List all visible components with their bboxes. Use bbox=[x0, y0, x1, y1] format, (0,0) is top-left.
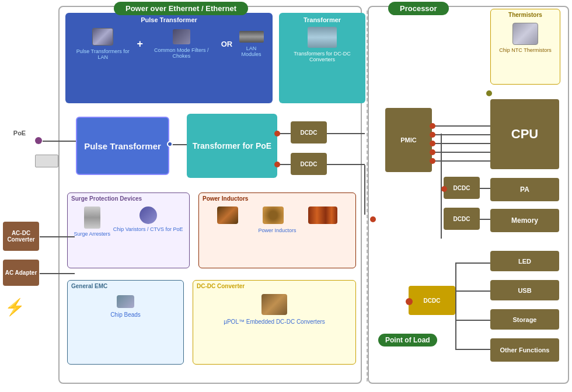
dcdc-pol-label: DCDC bbox=[424, 298, 441, 304]
general-emc-panel: General EMC Chip Beads bbox=[67, 280, 184, 365]
ac-adapter-label: AC Adapter bbox=[5, 270, 37, 276]
memory-block[interactable]: Memory bbox=[490, 209, 559, 232]
section-divider bbox=[367, 10, 368, 382]
dot-pmic-2 bbox=[430, 132, 435, 138]
pulse-transformer-block[interactable]: Pulse Transformer bbox=[76, 117, 169, 175]
common-mode-filters-item[interactable]: Common Mode Filters / Chokes bbox=[145, 29, 218, 59]
dot-pa bbox=[441, 186, 447, 192]
chip-ntc-label: Chip NTC Thermistors bbox=[499, 47, 551, 53]
surge-protection-title: Surge Protection Devices bbox=[68, 193, 189, 204]
line-pmic-cpu-4 bbox=[432, 152, 490, 153]
surge-arresters-item[interactable]: Surge Arresters bbox=[74, 206, 110, 237]
transformer-poe-block[interactable]: Transformer for PoE bbox=[187, 114, 277, 178]
transformer-poe-block-label: Transformer for PoE bbox=[193, 141, 271, 150]
dot-pmic-1 bbox=[430, 123, 435, 129]
dot-pmic-3 bbox=[430, 141, 435, 146]
upol-label: µPOL™ Embedded DC-DC Converters bbox=[224, 318, 325, 325]
dcdc-pol-block[interactable]: DCDC bbox=[409, 286, 455, 315]
cmf-icon bbox=[173, 29, 190, 44]
power-inductor-2-item[interactable] bbox=[263, 206, 284, 225]
dcdc-block-2-label: DCDC bbox=[301, 161, 318, 167]
cpu-block-label: CPU bbox=[511, 127, 538, 142]
line-vert-dcdc4 bbox=[364, 165, 365, 215]
dot-dcdc1 bbox=[274, 131, 280, 136]
cpu-block[interactable]: CPU bbox=[490, 99, 559, 169]
line-to-pa bbox=[480, 188, 490, 189]
dcdc-block-4[interactable]: DCDC bbox=[444, 208, 480, 230]
general-emc-title: General EMC bbox=[68, 281, 183, 292]
line-vert-peripherals bbox=[455, 262, 456, 350]
plus-sign: + bbox=[137, 38, 144, 50]
ac-dc-converter-label: AC-DC Converter bbox=[3, 230, 39, 243]
usb-block[interactable]: USB bbox=[490, 280, 559, 300]
dcdc-block-3[interactable]: DCDC bbox=[444, 177, 480, 199]
transformer-icon bbox=[308, 27, 337, 48]
power-inductor-1-icon bbox=[217, 206, 238, 224]
power-inductors-panel: Power Inductors Power Inductors bbox=[198, 192, 356, 268]
power-inductors-label: Power Inductors bbox=[199, 228, 355, 233]
other-functions-block-label: Other Functions bbox=[500, 346, 550, 354]
line-pmic-cpu-5 bbox=[432, 160, 490, 162]
lan-module-icon bbox=[239, 31, 264, 43]
common-mode-filters-label: Common Mode Filters / Chokes bbox=[145, 47, 218, 59]
pulse-transformer-lan-item[interactable]: Pulse Transformers for LAN bbox=[71, 28, 135, 60]
chip-bead-icon bbox=[117, 295, 134, 308]
dcdc-block-1[interactable]: DCDC bbox=[291, 121, 327, 144]
dot-pol bbox=[406, 298, 413, 305]
dcdc-converter-panel: DC-DC Converter µPOL™ Embedded DC-DC Con… bbox=[193, 280, 356, 365]
line-to-storage bbox=[455, 320, 490, 321]
line-acadapter-pt bbox=[40, 273, 75, 274]
memory-block-label: Memory bbox=[511, 216, 538, 225]
led-block[interactable]: LED bbox=[490, 251, 559, 271]
dcdc-block-2[interactable]: DCDC bbox=[291, 153, 327, 175]
chip-varistors-label: Chip Varistors / CTVS for PoE bbox=[113, 226, 183, 232]
pulse-transformers-for-lan-label: Pulse Transformers for LAN bbox=[71, 48, 135, 60]
other-functions-block[interactable]: Other Functions bbox=[490, 338, 559, 362]
storage-block[interactable]: Storage bbox=[490, 309, 559, 330]
transformers-for-dcdc-label: Transformers for DC-DC Converters bbox=[282, 51, 362, 62]
diagram: Power over Ethernet / Ethernet Processor… bbox=[0, 0, 572, 392]
usb-block-label: USB bbox=[518, 287, 531, 294]
power-inductor-2-icon bbox=[263, 206, 284, 224]
line-pmic-cpu-2 bbox=[432, 134, 490, 135]
dcdc-block-3-label: DCDC bbox=[454, 185, 470, 191]
surge-arresters-label: Surge Arresters bbox=[74, 231, 110, 237]
storage-block-label: Storage bbox=[513, 316, 537, 323]
transformer-panel-title: Transformer bbox=[279, 13, 365, 23]
ac-dc-converter-box[interactable]: AC-DC Converter bbox=[3, 222, 39, 251]
line-poe-pt bbox=[43, 141, 76, 142]
varistor-icon bbox=[139, 206, 157, 224]
power-inductor-1-item[interactable] bbox=[217, 206, 238, 225]
pmic-block-label: PMIC bbox=[400, 136, 417, 144]
poe-connector-dot bbox=[35, 137, 42, 144]
line-dcdc2-right bbox=[327, 164, 365, 165]
led-block-label: LED bbox=[518, 258, 531, 265]
power-inductor-3-item[interactable] bbox=[308, 206, 337, 225]
dot-memory bbox=[370, 216, 376, 222]
pulse-transformer-block-label: Pulse Transformer bbox=[84, 141, 161, 151]
pt-right-dot bbox=[167, 141, 173, 147]
pa-block[interactable]: PA bbox=[490, 178, 559, 201]
point-of-load-label: Point of Load bbox=[378, 334, 437, 346]
thermistors-title: Thermistors bbox=[491, 9, 560, 20]
ac-adapter-box[interactable]: AC Adapter bbox=[3, 260, 39, 286]
pmic-block[interactable]: PMIC bbox=[385, 108, 432, 172]
line-pmic-cpu-1 bbox=[432, 125, 490, 127]
chip-beads-label: Chip Beads bbox=[110, 312, 141, 318]
dot-pmic-5 bbox=[430, 158, 435, 164]
lan-modules-item[interactable]: LAN Modules bbox=[236, 31, 267, 57]
upol-icon bbox=[261, 294, 287, 315]
chip-varistors-item[interactable]: Chip Varistors / CTVS for PoE bbox=[113, 206, 183, 232]
or-text: OR bbox=[221, 40, 233, 48]
line-pmic-cpu-3 bbox=[432, 143, 490, 144]
thermistors-panel: Thermistors Chip NTC Thermistors bbox=[490, 9, 560, 85]
surge-protection-panel: Surge Protection Devices Surge Arresters… bbox=[67, 192, 190, 268]
line-to-usb bbox=[455, 290, 490, 292]
dot-thermistors bbox=[486, 90, 492, 96]
dcdc-block-1-label: DCDC bbox=[301, 130, 318, 136]
line-to-memory bbox=[480, 219, 490, 220]
transformer-info-panel: Transformer Transformers for DC-DC Conve… bbox=[279, 13, 365, 103]
dot-pmic-4 bbox=[430, 149, 435, 155]
poe-section-header: Power over Ethernet / Ethernet bbox=[114, 2, 248, 15]
dot-dcdc2 bbox=[274, 162, 280, 167]
